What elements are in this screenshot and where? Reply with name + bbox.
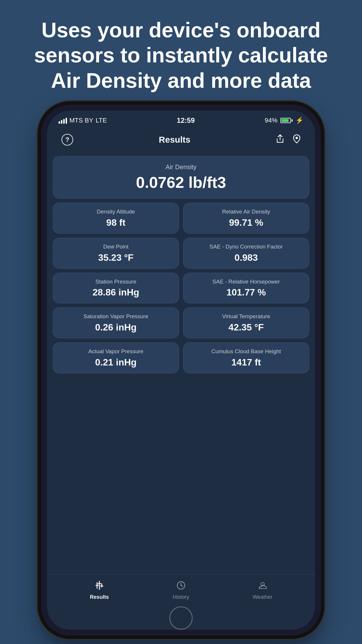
signal-bar-1	[59, 121, 60, 124]
actual-vapor-label: Actual Vapor Pressure	[59, 348, 173, 355]
phone-frame: MTS BY LTE 12:59 94% ⚡ ? Results	[41, 105, 321, 636]
battery-percent: 94%	[265, 117, 277, 124]
lightning-icon: ⚡	[296, 117, 303, 124]
actual-vapor-card: Actual Vapor Pressure 0.21 inHg	[53, 342, 179, 373]
cumulus-cloud-label: Cumulus Cloud Base Height	[189, 348, 303, 355]
weather-tab-label: Weather	[253, 594, 273, 600]
sae-dyno-card: SAE - Dyno Correction Factor 0.983	[183, 238, 309, 269]
sae-dyno-value: 0.983	[189, 252, 303, 263]
air-density-value: 0.0762 lb/ft3	[62, 173, 300, 191]
sae-dyno-label: SAE - Dyno Correction Factor	[189, 243, 303, 251]
dew-point-value: 35.23 °F	[59, 252, 173, 263]
status-right: 94% ⚡	[265, 117, 303, 124]
signal-bar-4	[66, 118, 67, 124]
density-altitude-label: Density Altitude	[59, 208, 173, 216]
saturation-vapor-label: Saturation Vapor Pressure	[59, 313, 173, 320]
density-altitude-card: Density Altitude 98 ft	[53, 203, 179, 234]
phone-screen: MTS BY LTE 12:59 94% ⚡ ? Results	[47, 111, 315, 630]
signal-bar-3	[63, 119, 65, 124]
weather-tab-icon	[257, 581, 268, 592]
sae-horsepower-card: SAE - Relative Horsepower 101.77 %	[183, 273, 309, 304]
svg-line-9	[181, 585, 183, 587]
relative-air-density-label: Relative Air Density	[189, 208, 303, 216]
battery-icon	[280, 118, 293, 123]
virtual-temp-card: Virtual Temperature 42.35 °F	[183, 307, 309, 338]
help-button[interactable]: ?	[61, 134, 73, 146]
actual-vapor-value: 0.21 inHg	[59, 357, 173, 368]
network-label: LTE	[96, 117, 107, 124]
battery-tip	[291, 119, 293, 122]
battery-fill	[282, 119, 289, 122]
signal-bars-icon	[59, 117, 67, 124]
station-pressure-value: 28.86 inHg	[59, 287, 173, 298]
nav-icons	[276, 134, 301, 146]
home-button[interactable]	[169, 606, 193, 630]
dew-point-label: Dew Point	[59, 243, 173, 251]
svg-point-0	[296, 137, 298, 139]
status-bar: MTS BY LTE 12:59 94% ⚡	[47, 111, 315, 128]
carrier-label: MTS BY	[69, 117, 93, 124]
tab-bar: Results History	[47, 574, 315, 606]
tab-weather[interactable]: Weather	[222, 581, 303, 600]
share-icon[interactable]	[276, 134, 284, 146]
station-pressure-card: Station Pressure 28.86 inHg	[53, 273, 179, 304]
nav-title: Results	[159, 135, 190, 145]
virtual-temp-value: 42.35 °F	[189, 322, 303, 333]
saturation-vapor-value: 0.26 inHg	[59, 322, 173, 333]
history-tab-label: History	[173, 594, 189, 600]
history-tab-icon	[176, 581, 186, 592]
results-tab-label: Results	[90, 594, 109, 600]
home-area	[47, 606, 315, 630]
sae-horsepower-value: 101.77 %	[189, 287, 303, 298]
app-header-title: Uses your device's onboard sensors to in…	[0, 0, 362, 105]
cumulus-cloud-value: 1417 ft	[189, 357, 303, 368]
air-density-label: Air Density	[62, 163, 300, 171]
relative-air-density-card: Relative Air Density 99.71 %	[183, 203, 309, 234]
results-tab-icon	[95, 581, 104, 592]
content-area: Air Density 0.0762 lb/ft3 Density Altitu…	[47, 151, 315, 574]
tab-history[interactable]: History	[140, 581, 222, 600]
station-pressure-label: Station Pressure	[59, 278, 173, 286]
status-time: 12:59	[177, 116, 195, 125]
main-air-density-card: Air Density 0.0762 lb/ft3	[53, 156, 309, 199]
virtual-temp-label: Virtual Temperature	[189, 313, 303, 320]
nav-bar: ? Results	[47, 128, 315, 151]
metrics-grid: Density Altitude 98 ft Relative Air Dens…	[53, 203, 309, 373]
dew-point-card: Dew Point 35.23 °F	[53, 238, 179, 269]
relative-air-density-value: 99.71 %	[189, 217, 303, 228]
status-left: MTS BY LTE	[59, 117, 107, 124]
battery-body	[280, 118, 291, 123]
cumulus-cloud-card: Cumulus Cloud Base Height 1417 ft	[183, 342, 309, 373]
tab-results[interactable]: Results	[59, 581, 140, 600]
location-icon[interactable]	[293, 134, 301, 146]
density-altitude-value: 98 ft	[59, 217, 173, 228]
saturation-vapor-card: Saturation Vapor Pressure 0.26 inHg	[53, 307, 179, 338]
sae-horsepower-label: SAE - Relative Horsepower	[189, 278, 303, 286]
signal-bar-2	[61, 120, 62, 124]
